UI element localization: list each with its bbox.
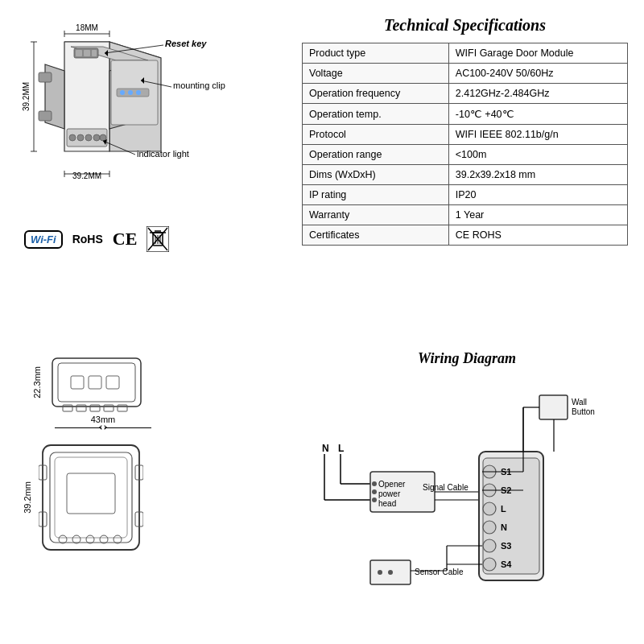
- svg-rect-54: [63, 405, 72, 411]
- svg-point-33: [136, 90, 141, 95]
- rohs-label: RoHS: [72, 233, 103, 246]
- spec-label-7: IP rating: [303, 185, 449, 205]
- svg-point-20: [85, 134, 92, 141]
- spec-label-5: Operation range: [303, 145, 449, 165]
- svg-point-91: [483, 521, 496, 534]
- spec-row-9: CertificatesCE ROHS: [303, 225, 628, 246]
- spec-row-2: Operation frequency2.412GHz-2.484GHz: [303, 84, 628, 104]
- spec-label-4: Protocol: [303, 125, 449, 145]
- front-view-svg: [39, 441, 143, 554]
- svg-rect-61: [55, 457, 127, 538]
- wiring-diagram-section: Wiring Diagram N L Opener power head Sig…: [298, 346, 636, 636]
- svg-rect-59: [43, 445, 139, 550]
- spec-row-3: Operation temp.-10℃ +40℃: [303, 104, 628, 125]
- svg-point-22: [100, 134, 106, 141]
- spec-row-1: VoltageAC100-240V 50/60Hz: [303, 64, 628, 84]
- svg-point-92: [483, 539, 496, 552]
- spec-value-1: AC100-240V 50/60Hz: [448, 64, 627, 84]
- terminal-n: N: [501, 522, 507, 532]
- reset-key-label: Reset key: [165, 39, 207, 48]
- live-label: L: [338, 443, 344, 454]
- svg-rect-57: [104, 405, 114, 411]
- svg-point-21: [93, 134, 100, 141]
- svg-rect-58: [118, 405, 127, 411]
- spec-row-6: Dims (WxDxH)39.2x39.2x18 mm: [303, 165, 628, 185]
- width-label: 43mm: [55, 415, 151, 424]
- opener-label-1: Opener: [378, 480, 406, 489]
- mounting-clip-label: mounting clip: [173, 80, 225, 90]
- svg-rect-53: [106, 376, 119, 389]
- svg-point-98: [378, 570, 382, 575]
- dim-392mm-left: 39.2MM: [22, 82, 31, 111]
- svg-rect-25: [39, 111, 52, 121]
- svg-rect-56: [90, 405, 100, 411]
- spec-row-0: Product typeWIFI Garage Door Module: [303, 43, 628, 64]
- svg-rect-71: [67, 473, 115, 514]
- svg-rect-50: [58, 363, 135, 402]
- front-height-label: 39.2mm: [23, 481, 32, 514]
- front-view: 39.2mm: [23, 441, 290, 554]
- svg-point-31: [120, 90, 125, 95]
- svg-rect-14: [76, 50, 82, 56]
- tech-specs-section: Technical Specifications Product typeWIF…: [298, 8, 636, 346]
- spec-label-6: Dims (WxDxH): [303, 165, 449, 185]
- spec-value-0: WIFI Garage Door Module: [448, 43, 627, 64]
- dim-392mm-bottom: 39.2MM: [72, 171, 101, 180]
- svg-rect-24: [39, 72, 52, 82]
- spec-label-2: Operation frequency: [303, 84, 449, 104]
- svg-rect-55: [76, 405, 86, 411]
- wifi-badge: Wi-Fi: [24, 230, 63, 249]
- svg-point-32: [128, 90, 133, 95]
- svg-rect-82: [539, 395, 568, 419]
- svg-point-99: [388, 570, 393, 575]
- spec-row-4: ProtocolWIFI IEEE 802.11b/g/n: [303, 125, 628, 145]
- badges-section: Wi-Fi RoHS CE: [24, 226, 290, 252]
- spec-label-1: Voltage: [303, 64, 449, 84]
- indicator-light-label: indicator light: [137, 149, 189, 159]
- terminal-l: L: [501, 504, 506, 514]
- side-view: 22.3mm: [32, 350, 290, 415]
- spec-table: Product typeWIFI Garage Door ModuleVolta…: [302, 43, 628, 246]
- spec-value-8: 1 Year: [448, 205, 627, 225]
- wall-button-label-1: Wall: [572, 398, 587, 407]
- svg-point-18: [69, 134, 76, 141]
- spec-value-2: 2.412GHz-2.484GHz: [448, 84, 627, 104]
- weee-icon: [147, 226, 169, 252]
- spec-value-7: IP20: [448, 185, 627, 205]
- spec-value-9: CE ROHS: [448, 225, 627, 246]
- opener-label-2: power: [378, 489, 401, 498]
- svg-point-77: [372, 481, 377, 486]
- sensor-cable-label: Sensor Cable: [415, 568, 464, 576]
- spec-label-9: Certificates: [303, 225, 449, 246]
- spec-row-8: Warranty1 Year: [303, 205, 628, 225]
- side-height-label: 22.3mm: [32, 366, 42, 398]
- svg-point-19: [77, 134, 84, 141]
- wiring-title: Wiring Diagram: [306, 350, 628, 367]
- spec-row-7: IP ratingIP20: [303, 185, 628, 205]
- svg-rect-15: [84, 50, 90, 56]
- svg-point-93: [483, 558, 496, 571]
- spec-label-0: Product type: [303, 43, 449, 64]
- terminal-s4: S4: [501, 559, 512, 569]
- terminal-s3: S3: [501, 541, 511, 551]
- spec-value-4: WIFI IEEE 802.11b/g/n: [448, 125, 627, 145]
- spec-label-8: Warranty: [303, 205, 449, 225]
- side-view-svg: [48, 350, 145, 415]
- wiring-svg: N L Opener power head Signal Cable: [306, 371, 612, 597]
- dim-18mm: 18MM: [76, 23, 98, 32]
- svg-rect-16: [92, 50, 97, 56]
- svg-rect-51: [71, 376, 84, 389]
- opener-label-3: head: [378, 499, 396, 508]
- svg-point-90: [483, 502, 496, 515]
- ce-logo: CE: [113, 229, 138, 250]
- width-dim: 43mm: [55, 415, 290, 429]
- svg-rect-49: [52, 358, 141, 407]
- signal-cable-label: Signal Cable: [423, 483, 469, 492]
- neutral-label: N: [322, 443, 329, 454]
- svg-rect-52: [89, 376, 101, 389]
- spec-label-3: Operation temp.: [303, 104, 449, 125]
- dimensional-diagrams: 22.3mm 43mm: [8, 346, 298, 636]
- device-diagram-section: 18MM 39.2MM 39.2MM: [8, 8, 298, 346]
- svg-point-79: [372, 497, 377, 502]
- svg-rect-60: [50, 452, 132, 543]
